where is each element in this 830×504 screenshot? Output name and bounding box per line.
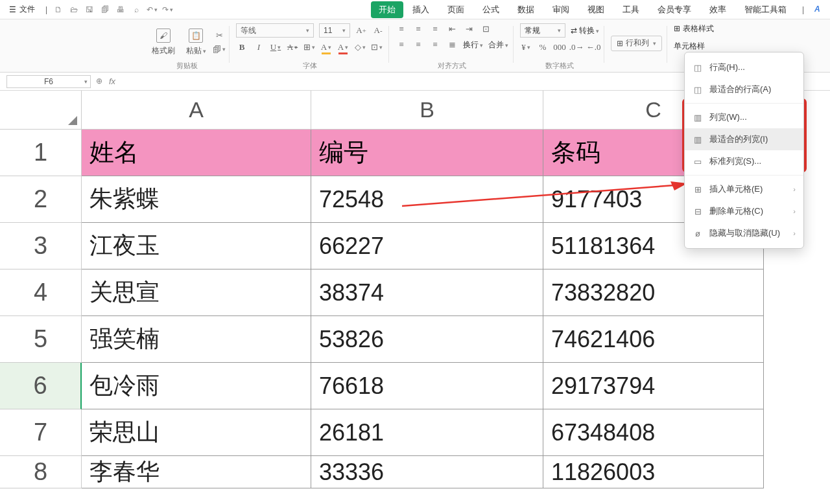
orientation-icon[interactable]: ⊡ [480,23,492,35]
row-header[interactable]: 7 [0,409,82,456]
tab-smart-toolbox[interactable]: 智能工具箱 [735,0,796,19]
font-size-select[interactable]: 11▾ [319,23,350,38]
indent-decrease-icon[interactable]: ⇤ [446,23,458,35]
strike-button[interactable]: A▾ [287,41,298,53]
decrease-decimal-icon[interactable]: ←.0 [587,41,599,53]
save-icon[interactable]: 🖫 [85,5,94,14]
row-header[interactable]: 4 [0,269,82,316]
number-format-select[interactable]: 常规▾ [520,23,565,38]
tab-tools[interactable]: 工具 [613,0,648,19]
cell[interactable]: 33336 [311,456,543,488]
decrease-font-icon[interactable]: A- [372,25,384,36]
row-header[interactable]: 5 [0,316,82,363]
menu-item-default-width[interactable]: ▭标准列宽(S)... [685,150,803,172]
align-middle-icon[interactable]: ≡ [412,23,424,35]
percent-icon[interactable]: % [537,41,549,53]
cell[interactable]: 72548 [311,176,543,223]
increase-font-icon[interactable]: A+ [355,25,367,36]
currency-icon[interactable]: ¥▾ [520,41,532,53]
menu-item-row-height[interactable]: ◫行高(H)... [685,56,803,78]
col-header-B[interactable]: B [311,91,543,130]
rows-cols-button[interactable]: ⊞ 行和列 ▾ [611,36,662,51]
fill-color-button[interactable]: A▾ [320,41,332,53]
menu-item-col-width[interactable]: ▥列宽(W)... [685,106,803,128]
tab-review[interactable]: 审阅 [543,0,578,19]
tab-start[interactable]: 开始 [371,1,403,18]
menu-item-hide-unhide[interactable]: ø隐藏与取消隐藏(U)› [685,222,803,244]
row-header[interactable]: 8 [0,456,82,488]
font-name-select[interactable]: 等线▾ [236,23,314,38]
print-icon[interactable]: 🖶 [116,5,125,14]
cell[interactable]: 26181 [311,409,543,456]
tab-view[interactable]: 视图 [578,0,613,19]
row-header[interactable]: 2 [0,176,82,223]
tab-formula[interactable]: 公式 [473,0,508,19]
new-doc-icon[interactable]: 🗋 [54,5,63,14]
undo-icon[interactable]: ↶▾ [147,5,156,14]
cell[interactable]: 11826003 [543,456,764,488]
tab-member[interactable]: 会员专享 [648,0,700,19]
cell[interactable]: 关思宣 [82,269,311,316]
table-style-button[interactable]: ⊞ 表格样式 [674,23,713,34]
cell[interactable]: 强笑楠 [82,316,311,363]
align-top-icon[interactable]: ≡ [396,23,407,35]
print-preview-icon[interactable]: 🗐 [101,5,110,14]
convert-button[interactable]: ⇄ 转换▾ [571,25,599,36]
menu-item-autofit-col[interactable]: ▥最适合的列宽(I) [685,128,803,150]
row-header[interactable]: 3 [0,223,82,269]
border-button[interactable]: ⊞▾ [303,41,315,53]
cell[interactable]: 包冷雨 [82,363,311,409]
search-icon[interactable]: ⊕ [96,76,102,86]
font-color-button[interactable]: A▾ [337,41,349,53]
cell[interactable]: 76618 [311,363,543,409]
file-menu[interactable]: ☰ 文件 [5,1,39,17]
cell[interactable]: 李春华 [82,456,311,488]
increase-decimal-icon[interactable]: .0→ [571,41,582,53]
cell[interactable]: 29173794 [543,363,764,409]
cell[interactable]: 74621406 [543,316,764,363]
clear-format-button[interactable]: ◇▾ [354,41,366,53]
underline-button[interactable]: U▾ [270,41,281,53]
copy-icon[interactable]: 🗐▾ [214,44,224,54]
fx-label[interactable]: fx [109,76,115,86]
zoom-icon[interactable]: ⌕ [132,5,141,14]
header-cell[interactable]: 姓名 [82,130,311,176]
cell[interactable]: 67348408 [543,409,764,456]
align-center-icon[interactable]: ≡ [412,39,424,51]
cut-icon[interactable]: ✂ [214,30,224,40]
tab-data[interactable]: 数据 [508,0,543,19]
bold-button[interactable]: B [236,41,248,53]
indent-increase-icon[interactable]: ⇥ [463,23,475,35]
format-painter-button[interactable]: 🖌 格式刷 [149,29,178,56]
cell[interactable]: 江夜玉 [82,223,311,269]
cell[interactable]: 荣思山 [82,409,311,456]
header-cell[interactable]: 编号 [311,130,543,176]
align-bottom-icon[interactable]: ≡ [429,23,441,35]
distribute-icon[interactable]: ≣ [446,39,458,51]
tab-page[interactable]: 页面 [438,0,473,19]
cell-style-button[interactable]: 单元格样 [674,41,705,52]
align-right-icon[interactable]: ≡ [429,39,441,51]
col-header-A[interactable]: A [82,91,311,130]
name-box[interactable]: F6▾ [6,75,91,88]
redo-icon[interactable]: ↷▾ [163,5,172,14]
menu-item-delete-cells[interactable]: ⊟删除单元格(C)› [685,200,803,222]
menu-item-autofit-row[interactable]: ◫最适合的行高(A) [685,78,803,100]
open-icon[interactable]: 🗁 [69,5,78,14]
cell[interactable]: 53826 [311,316,543,363]
wrap-button[interactable]: 换行▾ [463,40,483,51]
cell[interactable]: 38374 [311,269,543,316]
row-header[interactable]: 6 [0,363,82,409]
comma-icon[interactable]: 000 [554,41,565,53]
menu-item-insert-cells[interactable]: ⊞插入单元格(E)› [685,178,803,200]
row-header[interactable]: 1 [0,130,82,176]
cell[interactable]: 66227 [311,223,543,269]
tab-efficiency[interactable]: 效率 [700,0,735,19]
cell[interactable]: 73832820 [543,269,764,316]
select-all-corner[interactable] [0,91,82,130]
paste-button[interactable]: 📋 粘贴▾ [182,29,210,56]
italic-button[interactable]: I [253,41,265,53]
cell[interactable]: 朱紫蝶 [82,176,311,223]
tab-insert[interactable]: 插入 [403,0,438,19]
align-left-icon[interactable]: ≡ [396,39,407,51]
